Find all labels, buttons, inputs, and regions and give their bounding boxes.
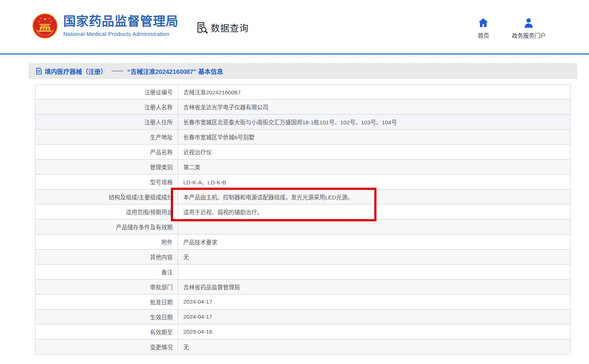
user-icon (523, 18, 534, 28)
table-row: 生效日期2024-04-17 (35, 309, 571, 324)
row-value: 无 (178, 249, 571, 264)
row-value (178, 219, 571, 234)
row-label: 批准日期 (35, 294, 178, 309)
row-value: 吉械注准20242160087 (178, 85, 571, 100)
svg-text:★: ★ (43, 17, 47, 21)
table-row: 产品储存条件及有效期 (35, 219, 571, 234)
table-row: 审批部门吉林省药品监督管理局 (35, 279, 571, 294)
page-title-bar: 境内医疗器械（注册） —— “吉械注准20242160087” 基本信息 (29, 63, 577, 79)
row-value: 本产品由主机、控制器和电源适配器组成，发光光源采用LED光源。 (178, 189, 571, 204)
row-label: 变更情况 (35, 339, 178, 354)
table-row: 生产地址长春市宽城区华侨城6号别墅 (35, 130, 571, 145)
row-label: 其他内容 (35, 249, 178, 264)
row-value: 2029-04-16 (178, 324, 571, 339)
decorative-stripe-band (0, 55, 589, 59)
main-content: 境内医疗器械（注册） —— “吉械注准20242160087” 基本信息 注册证… (29, 63, 577, 354)
table-row: 注册人名称吉林省龙达光学电子仪器有限公司 (35, 100, 571, 115)
row-label: 附件 (35, 234, 178, 249)
table-row: 有效期至2029-04-16 (35, 324, 571, 339)
svg-text:★: ★ (38, 20, 40, 22)
table-row: 产品名称近视治疗仪 (35, 145, 571, 160)
row-value: 2024-04-17 (178, 294, 571, 309)
org-name-cn: 国家药品监督管理局 (63, 15, 179, 28)
org-name-en: National Medical Products Administration (63, 31, 179, 37)
table-row: 型号规格LD-K-A、LD-K-B (35, 175, 571, 189)
doc-search-icon (195, 21, 208, 34)
data-query-label: 数据查询 (211, 21, 249, 34)
row-value: 长春市宽城区华侨城6号别墅 (178, 130, 571, 145)
table-row: 适用范围/预期用途适用于近视、弱视的辅助治疗。 (35, 204, 571, 219)
row-value: 第二类 (178, 160, 571, 175)
registration-table-wrapper: 注册证编号吉械注准20242160087注册人名称吉林省龙达光学电子仪器有限公司… (29, 79, 577, 354)
table-row: 管理类别第二类 (35, 160, 571, 175)
row-value: 产品技术要求 (178, 234, 571, 249)
row-value: 长春市宽城区北亚泰大街与小南街交汇万盛国邦18-1栋101号、102号、103号… (178, 115, 571, 130)
table-row: 注册证编号吉械注准20242160087 (35, 85, 571, 100)
row-value: 吉林省龙达光学电子仪器有限公司 (178, 100, 571, 115)
page-title-dash: —— (112, 67, 123, 75)
row-label: 生效日期 (35, 309, 178, 324)
org-title-block: 国家药品监督管理局 National Medical Products Admi… (63, 15, 179, 37)
row-label: 适用范围/预期用途 (35, 204, 178, 219)
row-value: 适用于近视、弱视的辅助治疗。 (178, 204, 571, 219)
registration-info-table: 注册证编号吉械注准20242160087注册人名称吉林省龙达光学电子仪器有限公司… (35, 84, 571, 354)
row-label: 注册人住所 (35, 115, 178, 130)
national-emblem-icon: ★ ★ ★ ★ ★ (32, 13, 58, 39)
svg-text:★: ★ (50, 20, 52, 22)
row-value: 吉林省药品监督管理局 (178, 279, 571, 294)
nav-item-home[interactable]: 首页 (478, 18, 489, 39)
home-icon (478, 18, 489, 28)
data-query-section[interactable]: 数据查询 (195, 21, 249, 34)
nav-portal-label: 政务服务门户 (512, 31, 546, 39)
svg-text:★: ★ (40, 17, 42, 19)
page-title-detail: “吉械注准20242160087” 基本信息 (127, 67, 223, 76)
table-row: 变更情况无 (35, 339, 571, 354)
row-label: 有效期至 (35, 324, 178, 339)
row-label: 管理类别 (35, 160, 178, 175)
table-row: 注册人住所长春市宽城区北亚泰大街与小南街交汇万盛国邦18-1栋101号、102号… (35, 115, 571, 130)
row-label: 注册人名称 (35, 100, 178, 115)
row-value: 无 (178, 339, 571, 354)
nav-home-label: 首页 (478, 31, 489, 39)
row-label: 注册证编号 (35, 85, 178, 100)
row-value (178, 264, 571, 279)
table-row: 其他内容无 (35, 249, 571, 264)
row-label: 备注 (35, 264, 178, 279)
table-row: 备注 (35, 264, 571, 279)
row-label: 生产地址 (35, 130, 178, 145)
svg-text:★: ★ (48, 17, 50, 19)
row-value: 近视治疗仪 (178, 145, 571, 160)
top-nav: 首页 政务服务门户 (478, 18, 546, 39)
row-value: LD-K-A、LD-K-B (178, 175, 571, 189)
row-label: 结构及组成/主要组成成分 (35, 189, 178, 204)
nav-item-gov-portal[interactable]: 政务服务门户 (512, 18, 546, 39)
document-icon (36, 68, 42, 75)
table-row: 批准日期2024-04-17 (35, 294, 571, 309)
row-label: 产品名称 (35, 145, 178, 160)
row-value: 2024-04-17 (178, 309, 571, 324)
row-label: 型号规格 (35, 175, 178, 189)
row-label: 产品储存条件及有效期 (35, 219, 178, 234)
site-header: ★ ★ ★ ★ ★ 国家药品监督管理局 National Medical Pro… (0, 0, 589, 53)
site-logo[interactable]: ★ ★ ★ ★ ★ 国家药品监督管理局 National Medical Pro… (32, 13, 179, 39)
table-row: 附件产品技术要求 (35, 234, 571, 249)
table-row: 结构及组成/主要组成成分本产品由主机、控制器和电源适配器组成，发光光源采用LED… (35, 189, 571, 204)
row-label: 审批部门 (35, 279, 178, 294)
page-title-category: 境内医疗器械（注册） (45, 67, 107, 76)
